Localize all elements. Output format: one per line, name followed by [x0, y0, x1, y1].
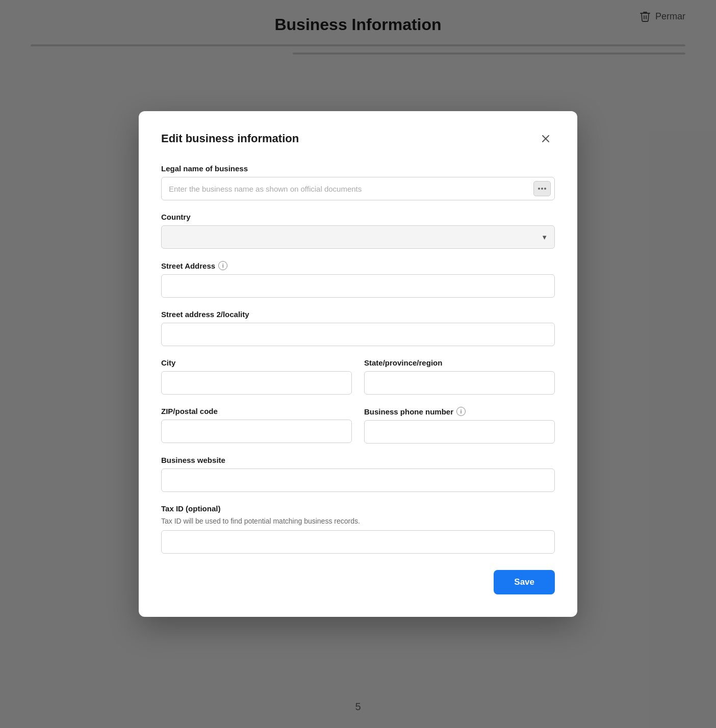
field-tax-id: Tax ID (optional) Tax ID will be used to… [161, 504, 555, 554]
city-state-row: City State/province/region [161, 358, 555, 407]
modal-footer: Save [161, 570, 555, 594]
label-zip: ZIP/postal code [161, 407, 352, 415]
field-website: Business website [161, 456, 555, 492]
dot-1 [538, 188, 540, 190]
country-select[interactable]: United States United Kingdom Canada Aust… [161, 225, 555, 249]
label-phone: Business phone number i [364, 407, 555, 416]
website-input[interactable] [161, 469, 555, 492]
country-select-wrapper: United States United Kingdom Canada Aust… [161, 225, 555, 249]
modal-title: Edit business information [161, 132, 299, 145]
zip-input[interactable] [161, 420, 352, 443]
label-street-address: Street Address i [161, 261, 555, 270]
city-input[interactable] [161, 371, 352, 395]
field-zip: ZIP/postal code [161, 407, 352, 444]
tax-id-description: Tax ID will be used to find potential ma… [161, 517, 555, 525]
legal-name-input[interactable] [161, 177, 555, 200]
street-address-info-icon[interactable]: i [218, 261, 227, 270]
close-button[interactable] [536, 129, 555, 148]
street-address-input[interactable] [161, 274, 555, 298]
dot-3 [544, 188, 546, 190]
state-input[interactable] [364, 371, 555, 395]
legal-name-input-wrapper [161, 177, 555, 200]
label-website: Business website [161, 456, 555, 464]
modal-header: Edit business information [161, 129, 555, 148]
field-city: City [161, 358, 352, 395]
close-icon [541, 134, 551, 144]
phone-input[interactable] [364, 420, 555, 444]
field-legal-name: Legal name of business [161, 164, 555, 200]
label-city: City [161, 358, 352, 367]
label-state: State/province/region [364, 358, 555, 367]
legal-name-icon-button[interactable] [533, 181, 551, 196]
label-tax-id: Tax ID (optional) [161, 504, 555, 513]
field-street-address2: Street address 2/locality [161, 310, 555, 346]
street-address2-input[interactable] [161, 323, 555, 346]
label-street-address2: Street address 2/locality [161, 310, 555, 319]
zip-phone-row: ZIP/postal code Business phone number i [161, 407, 555, 456]
field-street-address: Street Address i [161, 261, 555, 298]
field-country: Country United States United Kingdom Can… [161, 213, 555, 249]
field-state: State/province/region [364, 358, 555, 395]
dot-2 [541, 188, 543, 190]
save-button[interactable]: Save [494, 570, 555, 594]
label-country: Country [161, 213, 555, 221]
modal: Edit business information Legal name of … [139, 111, 577, 617]
label-legal-name: Legal name of business [161, 164, 555, 173]
modal-overlay: Edit business information Legal name of … [0, 0, 716, 728]
tax-id-input[interactable] [161, 530, 555, 554]
field-phone: Business phone number i [364, 407, 555, 444]
phone-info-icon[interactable]: i [456, 407, 466, 416]
